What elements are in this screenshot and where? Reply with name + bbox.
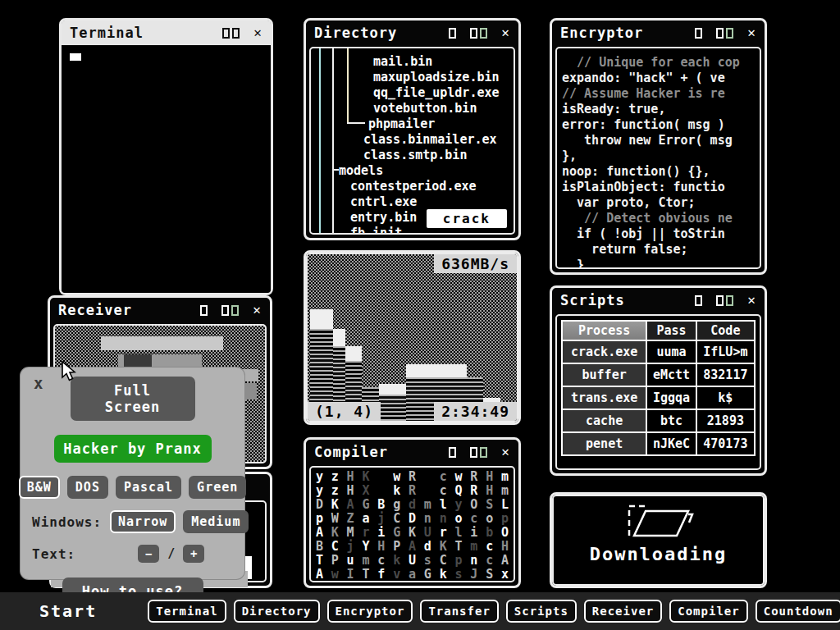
code-line: // Assume Hacker is re xyxy=(562,86,755,102)
compiler-matrix: yzHK wR cwRHmyzHX kR cQRHmDKAGBgdmlyOSLp… xyxy=(311,468,514,582)
table-cell: 832117 xyxy=(696,363,755,386)
encryptor-titlebar[interactable]: Encryptor ✕ xyxy=(552,21,765,45)
code-line: isPlainObject: functio xyxy=(562,180,755,195)
file-item: maxuploadsize.bin xyxy=(311,70,514,85)
table-header-cell: Process xyxy=(562,321,646,340)
compiler-output: yzHK wR cwRHmyzHX kR cQRHmDKAGBgdmlyOSLp… xyxy=(309,466,515,582)
theme-button-bw[interactable]: B&W xyxy=(19,476,60,499)
graph-step xyxy=(406,364,467,377)
receiver-titlebar[interactable]: Receiver ✕ xyxy=(50,298,270,322)
restore-icon[interactable] xyxy=(470,447,487,458)
crack-button[interactable]: crack xyxy=(427,209,507,228)
theme-button-dos[interactable]: DOS xyxy=(67,476,108,499)
scripts-titlebar[interactable]: Scripts ✕ xyxy=(552,288,765,313)
table-cell: buffer xyxy=(562,363,646,386)
close-icon[interactable]: ✕ xyxy=(253,26,262,39)
scripts-window: Scripts ✕ ProcessPassCode crack.exeuumaI… xyxy=(550,285,767,476)
theme-button-pascal[interactable]: Pascal xyxy=(116,476,181,499)
table-cell: btc xyxy=(646,409,696,432)
code-line: error: function( msg ) xyxy=(562,117,755,133)
compiler-title: Compiler xyxy=(314,444,388,460)
minimize-icon[interactable] xyxy=(695,28,702,39)
code-line: expando: "hack" + ( ve xyxy=(562,71,755,86)
code-line: } xyxy=(562,258,755,269)
compiler-titlebar[interactable]: Compiler ✕ xyxy=(306,440,518,464)
file-item: class.smtp.bin xyxy=(311,148,514,163)
terminal-screen[interactable] xyxy=(62,46,271,293)
text-bigger-button[interactable]: + xyxy=(183,545,204,563)
taskbar-button-receiver[interactable]: Receiver xyxy=(584,600,662,623)
table-row: crack.exeuumaIfLU>m xyxy=(562,340,755,363)
restore-icon[interactable] xyxy=(716,28,733,39)
table-cell: k$ xyxy=(696,386,755,409)
file-list: mail.binmaxuploadsize.binqq_file_upldr.e… xyxy=(311,48,514,233)
start-button[interactable]: Start xyxy=(39,601,97,621)
theme-button-green[interactable]: Green xyxy=(189,476,246,499)
table-row: buffereMctt832117 xyxy=(562,363,755,386)
table-cell: penet xyxy=(562,432,646,455)
table-cell: uuma xyxy=(646,340,696,363)
hacker-by-pranx-button[interactable]: Hacker by Pranx xyxy=(54,435,212,463)
table-cell: 21893 xyxy=(696,409,755,432)
table-header-cell: Pass xyxy=(646,321,696,340)
table-cell: 470173 xyxy=(696,432,755,455)
taskbar-button-scripts[interactable]: Scripts xyxy=(506,600,577,623)
minimize-icon[interactable] xyxy=(449,447,456,458)
close-icon[interactable]: ✕ xyxy=(747,294,756,307)
encryptor-window: Encryptor ✕ // Unique for each copexpand… xyxy=(550,18,767,275)
minimize-icon[interactable] xyxy=(200,305,208,316)
file-item: qq_file_upldr.exe xyxy=(311,85,514,101)
restore-icon[interactable] xyxy=(716,295,733,306)
table-cell: cache xyxy=(562,409,646,432)
matrix-row: yzHK wR cwRHm xyxy=(312,470,513,484)
table-cell: crack.exe xyxy=(562,340,646,363)
table-cell: eMctt xyxy=(646,363,696,386)
settings-panel: x Full Screen Hacker by Pranx B&WDOSPasc… xyxy=(21,368,244,579)
minimize-icon[interactable] xyxy=(695,295,702,306)
close-icon[interactable]: ✕ xyxy=(501,445,510,459)
transfer-graph: 636MB/s (1, 4) 2:34:49 xyxy=(306,253,518,422)
restore-icon[interactable] xyxy=(221,305,239,316)
text-smaller-button[interactable]: − xyxy=(138,545,159,563)
close-icon[interactable]: ✕ xyxy=(747,26,756,39)
compiler-window: Compiler ✕ yzHK wR cwRHmyzHX kR cQRHmDKA… xyxy=(304,437,521,588)
taskbar-button-countdown[interactable]: Countdown xyxy=(756,600,840,623)
file-item: cntrl.exe xyxy=(311,194,514,210)
settings-close-button[interactable]: x xyxy=(34,374,43,392)
close-icon[interactable]: ✕ xyxy=(253,304,262,317)
table-header-cell: Code xyxy=(696,321,755,340)
taskbar-button-group: TerminalDirectoryEncryptorTransferScript… xyxy=(148,600,840,623)
fullscreen-button[interactable]: Full Screen xyxy=(71,377,195,421)
taskbar-button-terminal[interactable]: Terminal xyxy=(148,600,226,623)
theme-button-row: B&WDOSPascalGreen xyxy=(21,476,244,499)
file-item: models xyxy=(311,163,514,179)
graph-step xyxy=(379,395,406,421)
signal-bar xyxy=(101,336,222,350)
close-icon[interactable]: ✕ xyxy=(501,26,510,39)
table-cell: nJKeC xyxy=(646,432,696,455)
terminal-titlebar[interactable]: Terminal ✕ xyxy=(62,21,271,45)
taskbar-button-transfer[interactable]: Transfer xyxy=(420,600,498,623)
window-size-row: NarrowMedium xyxy=(110,510,249,533)
taskbar-button-encryptor[interactable]: Encryptor xyxy=(327,600,413,623)
restore-icon[interactable] xyxy=(222,28,240,39)
table-cell: trans.exe xyxy=(562,386,646,409)
code-line: // Unique for each cop xyxy=(562,55,755,71)
matrix-row: yzHX kR cQRHm xyxy=(312,484,513,498)
transfer-window: Transfer ✕ 636MB/s (1, 4) 2:34:49 xyxy=(304,250,521,425)
window-size-button-medium[interactable]: Medium xyxy=(183,510,249,533)
signal-bar xyxy=(124,354,151,367)
taskbar-button-compiler[interactable]: Compiler xyxy=(669,600,747,623)
download-window: Download ✕ Downloading xyxy=(550,492,767,588)
matrix-row: AKMriGKUrlibO xyxy=(312,526,513,540)
restore-icon[interactable] xyxy=(470,28,487,39)
process-table: ProcessPassCode crack.exeuumaIfLU>mbuffe… xyxy=(561,320,756,456)
code-line: var proto, Ctor; xyxy=(562,195,755,211)
window-size-button-narrow[interactable]: Narrow xyxy=(110,510,176,533)
directory-titlebar[interactable]: Directory ✕ xyxy=(306,21,518,45)
taskbar-button-directory[interactable]: Directory xyxy=(234,600,320,623)
encryptor-code-view: // Unique for each copexpando: "hack" + … xyxy=(555,47,761,269)
matrix-row: RBhgguzWhMsfO xyxy=(312,582,513,582)
download-body: Downloading xyxy=(552,495,765,586)
minimize-icon[interactable] xyxy=(449,28,456,39)
